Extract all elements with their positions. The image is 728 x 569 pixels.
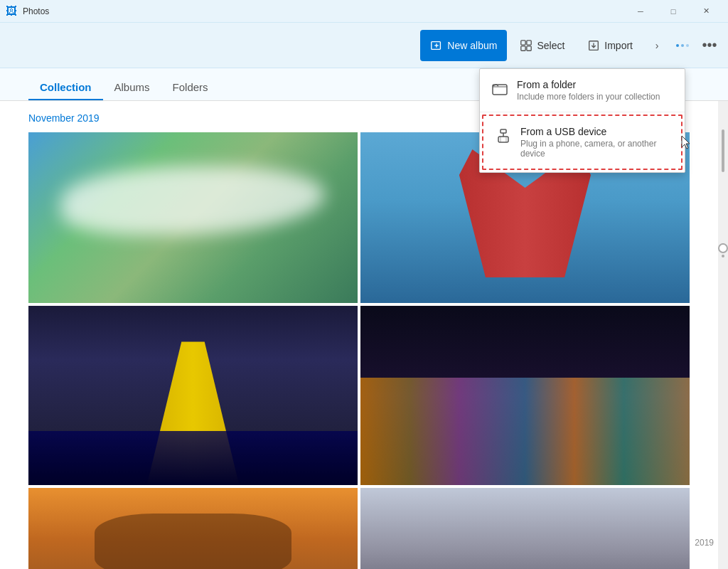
scroll-dot-3 <box>722 255 724 257</box>
chevron-button[interactable]: › <box>646 33 668 58</box>
svg-rect-4 <box>521 46 525 50</box>
select-icon <box>520 39 532 52</box>
photo-aerial[interactable] <box>28 132 358 303</box>
aerial-city-image <box>28 132 358 303</box>
mountain-image <box>360 488 690 569</box>
svg-marker-18 <box>682 136 690 149</box>
close-button[interactable]: ✕ <box>690 0 722 23</box>
scroll-circle[interactable] <box>718 243 728 253</box>
spinner-icon <box>674 37 691 54</box>
app-icon: 🖼 <box>6 5 17 18</box>
svg-rect-15 <box>498 137 508 142</box>
from-folder-item[interactable]: From a folder Include more folders in yo… <box>480 69 685 112</box>
folder-icon <box>491 80 508 97</box>
import-button[interactable]: Import <box>577 30 643 61</box>
from-folder-text: From a folder Include more folders in yo… <box>517 79 673 102</box>
desert-image <box>28 488 358 569</box>
select-label: Select <box>537 40 564 51</box>
chevron-right-icon: › <box>655 40 659 51</box>
from-usb-subtitle: Plug in a phone, camera, or another devi… <box>520 139 670 159</box>
from-folder-subtitle: Include more folders in your collection <box>517 92 673 102</box>
from-usb-title: From a USB device <box>520 126 670 137</box>
year-label: 2019 <box>695 538 714 548</box>
import-label: Import <box>604 40 633 51</box>
select-button[interactable]: Select <box>510 30 574 61</box>
new-album-label: New album <box>447 40 497 51</box>
title-bar-left: 🖼 Photos <box>6 5 49 18</box>
scrollbar[interactable]: 2019 <box>718 101 728 569</box>
photo-eiffel[interactable] <box>28 306 358 485</box>
from-usb-text: From a USB device Plug in a phone, camer… <box>520 126 670 159</box>
title-bar: 🖼 Photos ─ □ ✕ <box>0 0 728 23</box>
tab-folders[interactable]: Folders <box>161 75 220 100</box>
tab-albums[interactable]: Albums <box>103 75 161 100</box>
svg-point-11 <box>686 44 689 47</box>
svg-point-10 <box>681 44 684 47</box>
new-album-button[interactable]: New album <box>420 30 507 61</box>
loading-spinner <box>671 34 694 57</box>
svg-rect-5 <box>527 40 531 44</box>
import-icon <box>587 39 600 52</box>
photo-bottom-right[interactable] <box>360 488 690 569</box>
svg-rect-3 <box>521 40 525 44</box>
photo-bottom-left[interactable] <box>28 488 358 569</box>
more-button[interactable]: ••• <box>697 33 722 58</box>
photo-grid <box>28 132 690 569</box>
app-title: Photos <box>23 6 49 16</box>
tab-collection[interactable]: Collection <box>28 75 103 100</box>
eiffel-tower-image <box>28 306 358 485</box>
usb-icon <box>495 127 512 144</box>
album-icon <box>430 39 443 52</box>
from-folder-title: From a folder <box>517 79 673 90</box>
photo-vegas[interactable] <box>360 306 690 485</box>
las-vegas-image <box>360 306 690 485</box>
maximize-button[interactable]: □ <box>657 0 690 23</box>
toolbar: New album Select Import › ••• <box>0 23 728 68</box>
scroll-thumb[interactable] <box>722 129 724 172</box>
svg-rect-6 <box>527 46 531 50</box>
svg-rect-13 <box>500 129 506 133</box>
svg-point-9 <box>676 44 679 47</box>
title-bar-controls: ─ □ ✕ <box>624 0 722 23</box>
import-dropdown: From a folder Include more folders in yo… <box>479 68 685 173</box>
mouse-cursor-icon <box>680 135 694 149</box>
svg-rect-12 <box>493 85 507 95</box>
minimize-button[interactable]: ─ <box>624 0 657 23</box>
from-usb-item[interactable]: From a USB device Plug in a phone, camer… <box>482 115 682 170</box>
